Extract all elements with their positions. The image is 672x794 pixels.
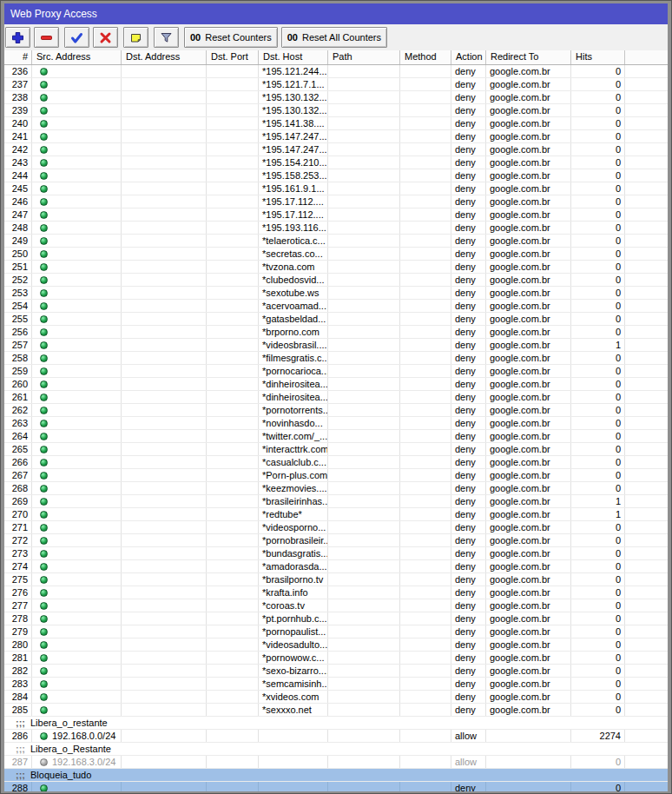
column-header-[interactable]: #: [4, 50, 32, 64]
table-row[interactable]: 249*telaerotica.c...denygoogle.com.br0: [4, 235, 668, 248]
table-row[interactable]: 241*195.147.247...denygoogle.com.br0: [4, 130, 668, 143]
table-row[interactable]: 268*keezmovies....denygoogle.com.br0: [4, 482, 668, 495]
table-row[interactable]: 287192.168.3.0/24allow0: [4, 756, 668, 769]
table-row[interactable]: 244*195.158.253...denygoogle.com.br0: [4, 169, 668, 182]
table-row[interactable]: 265*interacttrk.comdenygoogle.com.br0: [4, 443, 668, 456]
table-row[interactable]: 251*tvzona.comdenygoogle.com.br0: [4, 261, 668, 274]
comment-row[interactable]: ;;;Bloqueia_tudo: [4, 769, 668, 782]
column-header-path[interactable]: Path: [328, 50, 400, 64]
column-header-filler[interactable]: [625, 50, 668, 64]
cell-method: [400, 573, 451, 586]
column-header-redirect-to[interactable]: Redirect To: [486, 50, 571, 64]
cell-hits: 0: [571, 287, 625, 299]
cell-src-address: [32, 248, 122, 260]
table-row[interactable]: 262*pornotorrents...denygoogle.com.br0: [4, 404, 668, 417]
table-row[interactable]: 255*gatasbeldad...denygoogle.com.br0: [4, 313, 668, 326]
filter-button[interactable]: [154, 27, 179, 48]
add-button[interactable]: [5, 27, 30, 48]
remove-button[interactable]: [34, 27, 59, 48]
table-row[interactable]: 259*pornocarioca...denygoogle.com.br0: [4, 365, 668, 378]
cell-dst-address: [122, 352, 207, 364]
table-row[interactable]: 275*brasilporno.tvdenygoogle.com.br0: [4, 573, 668, 586]
table-row[interactable]: 280*videosadulto...denygoogle.com.br0: [4, 639, 668, 652]
table-row[interactable]: 260*dinheirositea...denygoogle.com.br0: [4, 378, 668, 391]
cell-hits: 0: [571, 573, 625, 586]
cell-dst-address: [122, 430, 207, 442]
table-row[interactable]: 246*195.17.112....denygoogle.com.br0: [4, 195, 668, 208]
table-row[interactable]: 257*videosbrasil....denygoogle.com.br1: [4, 339, 668, 352]
table-row[interactable]: 281*pornowow.c...denygoogle.com.br0: [4, 652, 668, 665]
cell-path: [328, 599, 400, 612]
comment-text: Libera_o_Restante: [30, 744, 111, 755]
comment-button[interactable]: [123, 27, 148, 48]
column-header-src-address[interactable]: Src. Address: [32, 50, 122, 64]
table-row[interactable]: 269*brasileirinhas...denygoogle.com.br1: [4, 495, 668, 508]
table-row[interactable]: 240*195.141.38....denygoogle.com.br0: [4, 117, 668, 130]
table-row[interactable]: 288deny0: [4, 782, 668, 791]
column-header-dst-port[interactable]: Dst. Port: [207, 50, 259, 64]
table-row[interactable]: 284*xvideos.comdenygoogle.com.br0: [4, 691, 668, 704]
rule-dot-icon: [40, 302, 48, 310]
comment-row[interactable]: ;;;Libera_o_Restante: [4, 743, 668, 756]
rule-dot-icon: [40, 276, 48, 284]
table-row[interactable]: 272*pornobrasileir...denygoogle.com.br0: [4, 534, 668, 547]
cell-redirect-to: google.com.br: [486, 560, 571, 572]
table-row[interactable]: 254*acervoamad...denygoogle.com.br0: [4, 300, 668, 313]
table-row[interactable]: 285*sexxxo.netdenygoogle.com.br0: [4, 704, 668, 717]
table-row[interactable]: 263*novinhasdo...denygoogle.com.br0: [4, 417, 668, 430]
cell-hits: 0: [571, 208, 625, 221]
table-row[interactable]: 239*195.130.132...denygoogle.com.br0: [4, 104, 668, 117]
reset-all-counters-button[interactable]: 00 Reset All Counters: [281, 27, 387, 48]
table-row[interactable]: 279*pornopaulist...denygoogle.com.br0: [4, 625, 668, 639]
table-row[interactable]: 245*195.161.9.1...denygoogle.com.br0: [4, 182, 668, 195]
window-titlebar[interactable]: Web Proxy Access: [4, 3, 668, 24]
cell-filler: [625, 378, 668, 390]
cell-dst-address: [122, 326, 207, 338]
table-row[interactable]: 278*pt.pornhub.c...denygoogle.com.br0: [4, 612, 668, 625]
table-row[interactable]: 253*sexotube.wsdenygoogle.com.br0: [4, 287, 668, 300]
disable-button[interactable]: [93, 27, 118, 48]
enable-button[interactable]: [64, 27, 89, 48]
table-row[interactable]: 273*bundasgratis...denygoogle.com.br0: [4, 547, 668, 560]
cell-method: [400, 130, 451, 142]
table-row[interactable]: 237*195.121.7.1...denygoogle.com.br0: [4, 78, 668, 91]
table-row[interactable]: 258*filmesgratis.c...denygoogle.com.br0: [4, 352, 668, 365]
cell-action: deny: [451, 704, 486, 716]
column-header-action[interactable]: Action: [451, 50, 486, 64]
table-row[interactable]: 250*secretas.co...denygoogle.com.br0: [4, 248, 668, 261]
comment-row[interactable]: ;;;Libera_o_restante: [4, 717, 668, 730]
table-row[interactable]: 282*sexo-bizarro....denygoogle.com.br0: [4, 665, 668, 678]
table-row[interactable]: 242*195.147.247...denygoogle.com.br0: [4, 143, 668, 156]
cell-hits: 0: [571, 352, 625, 364]
cell-dst-host: *195.141.38....: [259, 117, 328, 129]
cell-action: deny: [451, 508, 486, 520]
table-row[interactable]: 283*semcamisinh...denygoogle.com.br0: [4, 678, 668, 691]
cell-dst-address: [122, 782, 207, 791]
reset-counters-button[interactable]: 00 Reset Counters: [184, 27, 278, 48]
table-row[interactable]: 256*brporno.comdenygoogle.com.br0: [4, 326, 668, 339]
table-row[interactable]: 271*videosporno...denygoogle.com.br0: [4, 521, 668, 534]
table-row[interactable]: 266*casualclub.c...denygoogle.com.br0: [4, 456, 668, 469]
table-row[interactable]: 247*195.17.112....denygoogle.com.br0: [4, 208, 668, 222]
table-row[interactable]: 274*amadorasda...denygoogle.com.br0: [4, 560, 668, 573]
rule-dot-icon: [40, 315, 48, 323]
table-row[interactable]: 276*krafta.infodenygoogle.com.br0: [4, 586, 668, 599]
table-row[interactable]: 243*195.154.210...denygoogle.com.br0: [4, 156, 668, 169]
column-header-dst-address[interactable]: Dst. Address: [122, 50, 207, 64]
table-row[interactable]: 236*195.121.244...denygoogle.com.br0: [4, 65, 668, 78]
table-row[interactable]: 238*195.130.132...denygoogle.com.br0: [4, 91, 668, 104]
table-row[interactable]: 248*195.193.116...denygoogle.com.br0: [4, 222, 668, 235]
table-row[interactable]: 270*redtube*denygoogle.com.br1: [4, 508, 668, 521]
table-row[interactable]: 286192.168.0.0/24allow2274: [4, 730, 668, 743]
cell-number: 240: [4, 117, 32, 129]
table-row[interactable]: 252*clubedosvid...denygoogle.com.br0: [4, 274, 668, 287]
cell-dst-port: [207, 182, 259, 195]
table-row[interactable]: 267*Porn-plus.comdenygoogle.com.br0: [4, 469, 668, 482]
column-header-method[interactable]: Method: [400, 50, 451, 64]
table-row[interactable]: 264*twitter.com/_...denygoogle.com.br0: [4, 430, 668, 443]
column-header-hits[interactable]: Hits: [571, 50, 625, 64]
cell-filler: [625, 456, 668, 468]
table-row[interactable]: 277*coroas.tvdenygoogle.com.br0: [4, 599, 668, 612]
column-header-dst-host[interactable]: Dst. Host: [259, 50, 328, 64]
table-row[interactable]: 261*dinheirositea...denygoogle.com.br0: [4, 391, 668, 404]
